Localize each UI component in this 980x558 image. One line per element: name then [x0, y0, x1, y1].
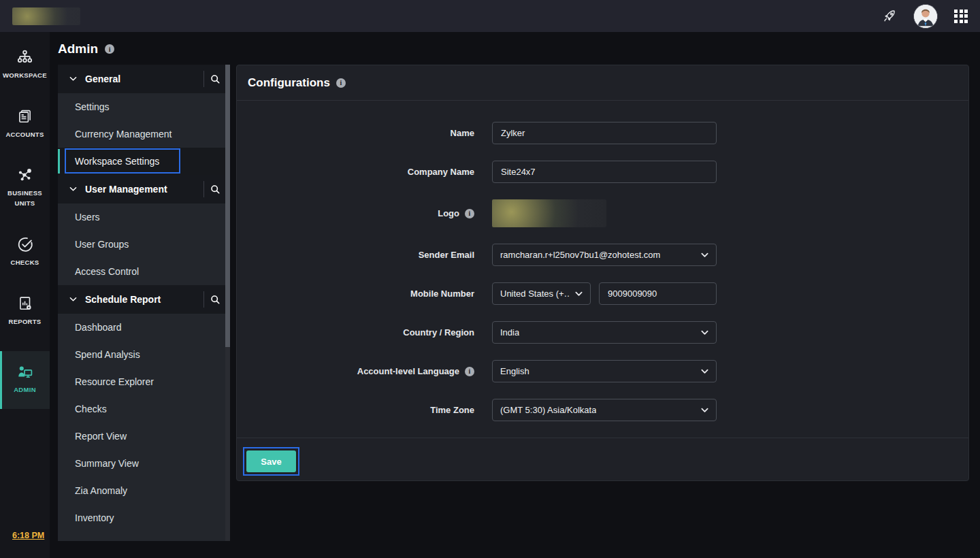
menu-item-dashboard[interactable]: Dashboard	[58, 314, 230, 341]
nav-item-workspace[interactable]: WORKSPACE	[0, 47, 50, 83]
field-label-text: Logo	[438, 208, 459, 218]
clock-time-link[interactable]: 6:18 PM	[12, 531, 44, 540]
select-value: India	[500, 327, 519, 338]
menu-item-access-control[interactable]: Access Control	[58, 258, 230, 285]
menu-item-checks[interactable]: Checks	[58, 395, 230, 423]
menu-item-workspace-settings[interactable]: Workspace Settings	[58, 148, 230, 175]
form-row-sender-email: Sender Email ramcharan.r+l25nov7bu1@zoho…	[237, 244, 968, 266]
menu-item-users[interactable]: Users	[58, 203, 230, 231]
menu-item-label: Settings	[75, 101, 110, 112]
menu-scrollbar-thumb[interactable]	[225, 65, 230, 347]
logo-info-icon[interactable]: i	[465, 209, 474, 218]
country-code-select[interactable]: United States (+…	[492, 282, 591, 305]
field-label-text: Company Name	[408, 167, 474, 177]
form-row-name: Name	[237, 122, 968, 144]
menu-item-report-view[interactable]: Report View	[58, 423, 230, 450]
chevron-down-icon[interactable]	[69, 76, 77, 82]
field-label-text: Country / Region	[403, 327, 474, 338]
nav-item-admin[interactable]: ADMIN	[0, 351, 50, 409]
search-icon[interactable]	[206, 285, 224, 314]
rocket-icon[interactable]	[882, 9, 897, 24]
menu-item-zia-anomaly[interactable]: Zia Anomaly	[58, 477, 230, 504]
field-label-text: Account-level Language	[357, 366, 459, 376]
user-avatar[interactable]	[913, 4, 938, 29]
select-value: (GMT 5:30) Asia/Kolkata	[500, 405, 596, 415]
account-language-info-icon[interactable]: i	[465, 367, 474, 376]
save-button-focus-ring: Save	[243, 447, 299, 476]
chevron-down-icon	[701, 366, 708, 376]
page-title-row: Admin i	[58, 42, 114, 56]
menu-item-label: Checks	[75, 404, 107, 414]
menu-item-user-groups[interactable]: User Groups	[58, 231, 230, 258]
country-region-label: Country / Region	[248, 327, 474, 338]
menu-item-label: Access Control	[75, 266, 139, 277]
chevron-down-icon	[701, 250, 708, 260]
nav-label: ADMIN	[14, 385, 36, 395]
menu-section-label: Schedule Report	[85, 294, 161, 305]
menu-item-label: Users	[75, 212, 100, 223]
sender-email-select[interactable]: ramcharan.r+l25nov7bu1@zohotest.com	[492, 244, 717, 266]
divider	[203, 181, 204, 197]
company-name-input[interactable]	[492, 161, 717, 183]
configurations-info-icon[interactable]: i	[336, 78, 346, 88]
sender-email-label: Sender Email	[248, 250, 474, 260]
search-icon[interactable]	[206, 65, 224, 93]
chevron-down-icon	[701, 327, 708, 338]
name-input[interactable]	[492, 122, 717, 144]
company-name-label: Company Name	[248, 167, 474, 177]
accounts-documents-icon	[16, 108, 34, 125]
menu-item-summary-view[interactable]: Summary View	[58, 450, 230, 477]
menu-item-label: Workspace Settings	[75, 156, 159, 167]
save-button[interactable]: Save	[246, 450, 296, 472]
form-control: (GMT 5:30) Asia/Kolkata	[492, 399, 717, 421]
nav-item-checks[interactable]: CHECKS	[0, 233, 50, 270]
menu-item-label: User Groups	[75, 239, 129, 250]
menu-section-general[interactable]: General	[58, 65, 230, 93]
business-units-network-icon	[16, 166, 34, 184]
workspace-logo-image-blurred[interactable]	[492, 199, 606, 227]
reports-document-icon	[16, 295, 34, 312]
select-value: United States (+…	[500, 289, 570, 299]
form-row-time-zone: Time Zone (GMT 5:30) Asia/Kolkata	[237, 399, 968, 421]
configurations-title: Configurations	[248, 76, 330, 90]
mobile-number-input[interactable]	[599, 282, 717, 305]
nav-item-business-units[interactable]: BUSINESS UNITS	[0, 164, 50, 210]
configurations-form: Name Company Name Logo i	[237, 101, 968, 421]
menu-item-settings[interactable]: Settings	[58, 93, 230, 120]
mobile-number-label: Mobile Number	[248, 289, 474, 299]
topbar-actions	[882, 4, 968, 29]
primary-nav-rail: WORKSPACE ACCOUNTS BUSINESS UNITS	[0, 32, 50, 558]
configurations-footer: Save	[237, 438, 968, 476]
field-label-text: Mobile Number	[410, 289, 474, 299]
page-title: Admin	[58, 42, 98, 56]
menu-item-inventory[interactable]: Inventory	[58, 504, 230, 531]
nav-item-accounts[interactable]: ACCOUNTS	[0, 105, 50, 142]
search-icon[interactable]	[206, 175, 224, 203]
nav-label: CHECKS	[11, 258, 39, 268]
menu-item-label: Report View	[75, 431, 127, 442]
nav-item-reports[interactable]: REPORTS	[0, 293, 50, 329]
form-row-company-name: Company Name	[237, 161, 968, 183]
name-label: Name	[248, 128, 474, 138]
apps-grid-icon[interactable]	[954, 10, 968, 23]
time-zone-select[interactable]: (GMT 5:30) Asia/Kolkata	[492, 399, 717, 421]
divider	[203, 291, 204, 308]
menu-scrollbar-track[interactable]	[225, 65, 230, 541]
admin-info-icon[interactable]: i	[105, 44, 114, 54]
menu-section-schedule-report[interactable]: Schedule Report	[58, 285, 230, 314]
account-language-select[interactable]: English	[492, 360, 717, 382]
chevron-down-icon[interactable]	[69, 186, 77, 192]
chevron-down-icon[interactable]	[69, 297, 77, 302]
menu-section-label: User Management	[85, 184, 167, 195]
brand-logo-blurred	[12, 7, 80, 25]
country-region-select[interactable]: India	[492, 321, 717, 344]
field-label-text: Sender Email	[419, 250, 474, 260]
logo-label: Logo i	[248, 208, 474, 218]
menu-item-resource-explorer[interactable]: Resource Explorer	[58, 368, 230, 395]
menu-item-label: Resource Explorer	[75, 376, 154, 387]
topbar	[0, 0, 980, 32]
form-row-account-language: Account-level Language i English	[237, 360, 968, 382]
menu-section-user-management[interactable]: User Management	[58, 175, 230, 203]
menu-item-spend-analysis[interactable]: Spend Analysis	[58, 341, 230, 368]
menu-item-currency-management[interactable]: Currency Management	[58, 120, 230, 148]
